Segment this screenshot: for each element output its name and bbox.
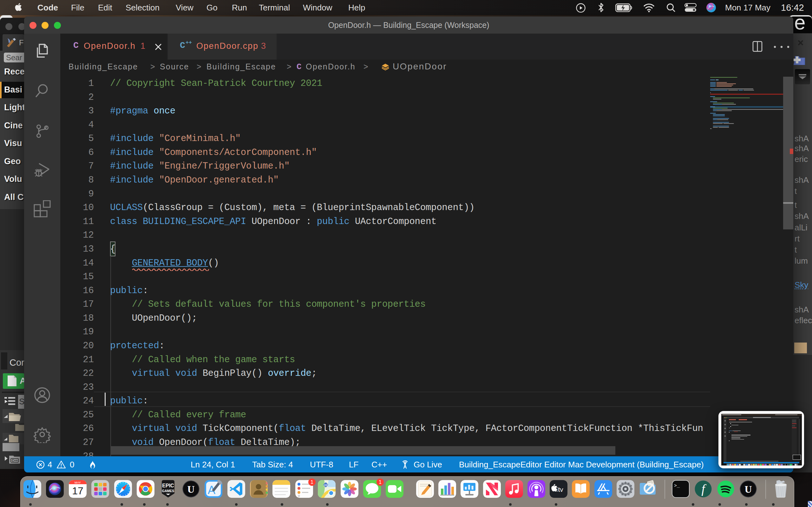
svg-text:GAMES: GAMES	[162, 489, 174, 493]
svg-text:EPIC: EPIC	[162, 483, 174, 488]
svg-text:C++: C++	[12, 459, 18, 462]
svg-text:tv: tv	[558, 486, 563, 493]
svg-text:U: U	[187, 484, 194, 495]
svg-text:17: 17	[72, 485, 84, 497]
svg-text:280: 280	[323, 484, 328, 487]
svg-text:U: U	[745, 484, 752, 495]
svg-text:>_: >_	[674, 483, 680, 489]
svg-text:MAY: MAY	[74, 481, 81, 484]
